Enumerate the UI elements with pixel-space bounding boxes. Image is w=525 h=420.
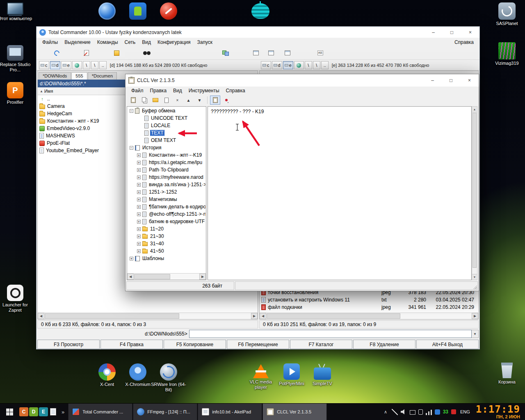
window-layout-button[interactable] xyxy=(250,48,262,58)
tree-item-history[interactable]: +винда·за.nls'ина·)·1251·> xyxy=(128,181,205,188)
language-indicator[interactable]: ENG xyxy=(459,409,471,414)
recording-tray-icon[interactable] xyxy=(451,409,456,414)
menu-view[interactable]: Вид xyxy=(170,87,185,94)
root-dir-button[interactable]: \ xyxy=(305,61,312,69)
display-tray-icon[interactable] xyxy=(410,410,415,415)
close-button[interactable]: × xyxy=(460,74,479,87)
desktop-icon-simpletv[interactable]: SimpleTV xyxy=(305,363,340,386)
scroll-down-icon[interactable]: ▼ xyxy=(472,274,477,280)
expand-icon[interactable]: + xyxy=(137,176,141,179)
desktop-icon-xcent[interactable]: X-Cent xyxy=(89,363,125,387)
scroll-thumb[interactable] xyxy=(45,313,179,319)
scroll-track[interactable] xyxy=(44,313,251,319)
left-panel-hscrollbar[interactable]: ◀ ▶ xyxy=(38,313,258,319)
tree-item-history[interactable]: +https://a.i.getapic.me/lpu xyxy=(128,159,205,166)
scroll-left-icon[interactable]: ◀ xyxy=(260,313,266,319)
parent-dir-button[interactable]: .. xyxy=(99,61,107,69)
desktop-icon-srware-iron[interactable]: SRWare Iron (64-Bit) xyxy=(151,363,186,393)
tree-item-history-root[interactable]: −История xyxy=(128,144,205,151)
root-dir-button-2[interactable]: \ xyxy=(313,61,320,69)
close-button[interactable]: × xyxy=(461,27,479,38)
root-dir-button[interactable]: \ xyxy=(83,61,90,69)
desktop-icon-vlc[interactable]: VLC media player xyxy=(243,364,278,390)
quick-launch-d[interactable]: D xyxy=(29,407,38,416)
quick-launch-c[interactable]: C xyxy=(19,407,28,416)
tree-item-clipboard-root[interactable]: −Буфер обмена xyxy=(128,107,205,114)
scroll-thumb[interactable] xyxy=(472,113,477,268)
volume-icon[interactable] xyxy=(401,409,407,415)
command-input[interactable] xyxy=(189,330,472,338)
pin-button[interactable] xyxy=(221,96,231,105)
expand-icon[interactable]: + xyxy=(137,242,141,246)
right-panel-hscrollbar[interactable]: ◀ ▶ xyxy=(260,313,478,319)
expand-icon[interactable]: + xyxy=(137,198,141,201)
tab-555[interactable]: 555 xyxy=(71,72,87,80)
tab-downlods[interactable]: *DOWNlods xyxy=(39,72,71,80)
desktop-icon-xchromium[interactable]: X-Chromium xyxy=(120,363,155,387)
quick-launch-notepad-icon[interactable] xyxy=(50,408,56,415)
expand-icon[interactable]: + xyxy=(137,205,141,209)
tc-titlebar[interactable]: Total Commander 10.00 - Ustav fyziky kon… xyxy=(37,27,479,38)
menu-help[interactable]: Справка xyxy=(223,87,249,94)
scroll-left-icon[interactable]: ◀ xyxy=(38,313,44,319)
delete-button[interactable]: × xyxy=(172,96,183,105)
attributes-button[interactable] xyxy=(110,48,123,58)
sync-dirs-button[interactable] xyxy=(219,48,232,58)
tree-hscrollbar[interactable]: ◀ ▶ xyxy=(127,273,206,280)
expand-icon[interactable]: + xyxy=(137,190,141,194)
desktop-shortcut-android[interactable] xyxy=(120,2,155,20)
expand-icon[interactable]: + xyxy=(137,168,141,172)
expand-icon[interactable]: + xyxy=(137,153,141,157)
scroll-thumb[interactable] xyxy=(134,274,170,279)
tree-item-unicode-text[interactable]: UNICODE TEXT xyxy=(128,114,205,122)
tree-item-templates-root[interactable]: +Шаблоны xyxy=(128,255,205,262)
usb-tray-icon[interactable] xyxy=(418,409,423,415)
menu-start[interactable]: Запуск xyxy=(194,39,216,46)
menu-help[interactable]: Справка xyxy=(451,39,477,46)
open-folder-button[interactable] xyxy=(150,96,160,105)
tree-folder-11-20[interactable]: +11~20 xyxy=(128,225,205,233)
clipboard-mode-button[interactable] xyxy=(210,96,220,105)
network-icon[interactable] xyxy=(426,409,432,415)
network-drive-button[interactable] xyxy=(294,61,304,69)
expand-icon[interactable]: + xyxy=(137,235,141,238)
tree-item-oem-text[interactable]: OEM TEXT xyxy=(128,137,205,144)
menu-file[interactable]: Файл xyxy=(128,87,147,94)
tree-folder-21-30[interactable]: +21~30 xyxy=(128,233,205,240)
edit-button[interactable] xyxy=(80,48,93,58)
tab-documents[interactable]: *Documen xyxy=(88,72,117,80)
kb-units-button[interactable]: КБ xyxy=(314,48,326,58)
pen-tray-icon[interactable] xyxy=(392,409,398,415)
menu-selection[interactable]: Выделение xyxy=(61,39,94,46)
temperature-badge[interactable]: 33 xyxy=(443,409,448,415)
desktop-shortcut-blue-sphere[interactable] xyxy=(89,2,125,20)
scroll-track[interactable] xyxy=(134,274,199,280)
menu-net[interactable]: Сеть xyxy=(121,39,139,46)
scroll-track[interactable] xyxy=(472,112,477,274)
network-drive-button[interactable] xyxy=(72,61,82,69)
desktop-icon-this-computer[interactable]: Этот компьютер xyxy=(0,2,33,21)
f3-view-button[interactable]: F3 Просмотр xyxy=(37,340,100,349)
drive-d-button[interactable]: d xyxy=(50,61,60,69)
drive-c-button[interactable]: c xyxy=(39,61,49,69)
desktop-shortcut-teal[interactable] xyxy=(243,2,278,19)
tree-item-history[interactable]: +Константин·-·жпт·-·K19 xyxy=(128,151,205,159)
parent-dir-button[interactable]: .. xyxy=(321,61,329,69)
viewer-vscrollbar[interactable]: ▲ ▼ xyxy=(472,106,477,280)
taskbar-app-total-commander[interactable]: Total Commander ... xyxy=(68,404,132,420)
move-down-button[interactable]: ▼ xyxy=(194,96,205,105)
refresh-button[interactable] xyxy=(50,48,63,58)
window-layout-button-2[interactable] xyxy=(265,48,277,58)
collapse-icon[interactable]: − xyxy=(130,109,133,113)
drive-e-button[interactable]: e xyxy=(283,61,293,69)
search-button[interactable] xyxy=(141,48,153,58)
expand-icon[interactable]: + xyxy=(137,249,141,253)
f6-move-button[interactable]: F6 Перемещение xyxy=(227,340,289,349)
tree-item-history[interactable]: +¶батник·делать·в·кодиро xyxy=(128,203,205,210)
collapse-icon[interactable]: − xyxy=(130,146,133,150)
scroll-track[interactable] xyxy=(266,313,472,319)
tree-item-history[interactable]: +@echo·off¶chcp·1251·>·n xyxy=(128,210,205,218)
window-layout-button-3[interactable] xyxy=(281,48,294,58)
expand-icon[interactable]: + xyxy=(137,161,141,164)
desktop-icon-proxifier[interactable]: P Proxifier xyxy=(0,82,33,105)
